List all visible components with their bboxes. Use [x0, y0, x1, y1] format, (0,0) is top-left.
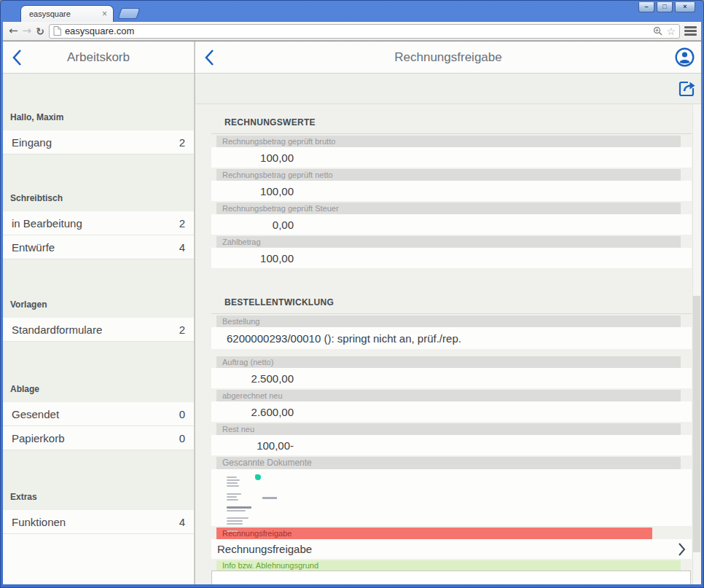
section-title-rechnungswerte: RECHNUNGSWERTE	[211, 117, 692, 134]
section-label: Vorlagen	[10, 299, 47, 310]
field-label: Zahlbetrag	[216, 236, 681, 248]
field-abgerechnet-neu: abgerechnet neu 2.600,00	[211, 390, 692, 422]
section-label: Schreibtisch	[10, 193, 63, 203]
section-label: Extras	[10, 492, 37, 502]
field-value: 6200000293/00010 (): springt nicht an, p…	[211, 327, 692, 349]
account-icon[interactable]	[675, 47, 695, 67]
share-export-icon[interactable]	[677, 79, 697, 98]
browser-toolbar: ← → ↻ easysquare.com ☆	[3, 22, 701, 41]
form-scroll-area[interactable]: RECHNUNGSWERTE Rechnungsbetrag geprüft b…	[195, 104, 701, 584]
field-value: 100,00	[211, 248, 692, 268]
new-tab-button[interactable]	[118, 8, 141, 19]
sidebar-back-chevron-icon[interactable]	[12, 49, 22, 66]
browser-tab[interactable]: easysquare ×	[20, 5, 114, 22]
field-rest-neu: Rest neu 100,00-	[211, 423, 692, 455]
field-label: Rechnungsbetrag geprüft Steuer	[216, 203, 681, 214]
sidebar-item-in-bearbeitung[interactable]: in Bearbeitung 2	[3, 211, 194, 235]
field-netto: Rechnungsbetrag geprüft netto 100,00	[211, 169, 692, 201]
page-title: Rechnungsfreigabe	[195, 50, 701, 65]
close-button[interactable]: ×	[675, 2, 695, 12]
field-value: 100,00	[211, 147, 692, 168]
bookmark-star-icon[interactable]: ☆	[666, 26, 676, 36]
field-value	[211, 469, 692, 526]
field-gescannte-dokumente: Gescannte Dokumente	[211, 457, 692, 526]
scrollbar-thumb[interactable]	[693, 296, 700, 552]
sidebar-item-standardformulare[interactable]: Standardformulare 2	[3, 318, 194, 342]
section-label: Ablage	[10, 384, 39, 394]
sidebar-item-gesendet[interactable]: Gesendet 0	[3, 402, 194, 426]
vertical-scrollbar[interactable]	[692, 104, 701, 584]
item-label: Funktionen	[12, 516, 179, 528]
detail-pane: Rechnungsfreigabe	[195, 42, 701, 584]
sidebar-title: Arbeitskorb	[3, 50, 194, 65]
sidebar-item-entwuerfe[interactable]: Entwürfe 4	[3, 235, 194, 259]
field-label: Rechnungsbetrag geprüft netto	[216, 169, 681, 181]
field-label: Rest neu	[216, 423, 681, 435]
reload-icon[interactable]: ↻	[36, 26, 44, 36]
sidebar-section-ablage: Ablage	[3, 342, 194, 402]
item-count: 0	[179, 408, 185, 420]
info-ablehnungsgrund-input[interactable]	[211, 571, 691, 584]
field-value: 2.500,00	[211, 368, 692, 388]
chevron-right-icon	[678, 542, 686, 557]
sidebar-greeting-area: Hallo, Maxim	[3, 74, 194, 130]
field-steuer: Rechnungsbetrag geprüft Steuer 0,00	[211, 203, 692, 235]
item-label: Entwürfe	[12, 241, 179, 254]
page-icon	[53, 26, 61, 36]
field-value: 100,00-	[211, 435, 692, 455]
field-info-ablehnungsgrund: Info bzw. Ablehnungsgrund	[211, 560, 692, 584]
field-label: Rechnungsbetrag geprüft brutto	[216, 136, 681, 147]
detail-header: Rechnungsfreigabe	[195, 42, 701, 74]
browser-window: easysquare × – □ × ← → ↻ easysquare.com	[0, 0, 704, 588]
zoom-icon[interactable]	[653, 26, 662, 36]
url-text[interactable]: easysquare.com	[65, 26, 650, 36]
tab-close-icon[interactable]: ×	[102, 9, 107, 18]
field-brutto: Rechnungsbetrag geprüft brutto 100,00	[211, 136, 692, 168]
address-bar[interactable]: easysquare.com ☆	[49, 24, 680, 39]
back-icon[interactable]: ←	[9, 26, 18, 36]
sidebar-item-funktionen[interactable]: Funktionen 4	[3, 510, 194, 534]
document-logo-mark	[255, 474, 261, 480]
scanned-document-thumbnail[interactable]	[217, 472, 275, 523]
section-title-bestellentwicklung: BESTELLENTWICKLUNG	[211, 297, 692, 314]
sidebar-section-schreibtisch: Schreibtisch	[3, 154, 194, 211]
window-controls: – □ ×	[638, 2, 695, 12]
field-value: 100,00	[211, 181, 692, 201]
tab-title: easysquare	[29, 9, 102, 18]
sidebar-header: Arbeitskorb	[3, 42, 194, 74]
document-text-line	[262, 497, 277, 499]
item-label: in Bearbeitung	[12, 217, 179, 230]
item-label: Papierkorb	[12, 432, 179, 444]
item-count: 2	[179, 217, 185, 230]
field-label: abgerechnet neu	[216, 390, 681, 401]
detail-back-chevron-icon[interactable]	[204, 49, 214, 66]
field-value: 2.600,00	[211, 401, 692, 422]
browser-menu-icon[interactable]	[684, 26, 697, 36]
greeting-text: Hallo, Maxim	[10, 112, 63, 122]
rechnungsfreigabe-row[interactable]: Rechnungsfreigabe	[211, 539, 692, 559]
sidebar-item-papierkorb[interactable]: Papierkorb 0	[3, 426, 194, 450]
field-value: 0,00	[211, 214, 692, 235]
titlebar: easysquare × – □ ×	[3, 0, 701, 22]
field-zahlbetrag: Zahlbetrag 100,00	[211, 236, 692, 268]
field-value: Rechnungsfreigabe	[217, 543, 312, 555]
minimize-button[interactable]: –	[638, 2, 654, 12]
action-toolbar	[195, 74, 701, 104]
forward-icon: →	[23, 26, 32, 36]
item-count: 4	[179, 241, 185, 254]
field-label-status-rejected: Rechnungsfreigabe	[216, 528, 652, 539]
field-label: Gescannte Dokumente	[216, 457, 681, 469]
field-label: Auftrag (netto)	[216, 356, 681, 368]
sidebar: Arbeitskorb Hallo, Maxim Eingang 2 Schre…	[3, 42, 195, 584]
sidebar-section-extras: Extras	[3, 450, 194, 510]
item-count: 2	[179, 324, 185, 336]
sidebar-empty-area	[3, 534, 194, 584]
maximize-button[interactable]: □	[657, 2, 673, 12]
sidebar-item-eingang[interactable]: Eingang 2	[3, 130, 194, 154]
item-label: Standardformulare	[12, 324, 179, 336]
item-count: 4	[179, 516, 185, 528]
easysquare-app: Arbeitskorb Hallo, Maxim Eingang 2 Schre…	[3, 41, 701, 584]
item-label: Gesendet	[12, 408, 179, 420]
field-auftrag-netto: Auftrag (netto) 2.500,00	[211, 356, 692, 388]
sidebar-section-vorlagen: Vorlagen	[3, 259, 194, 318]
